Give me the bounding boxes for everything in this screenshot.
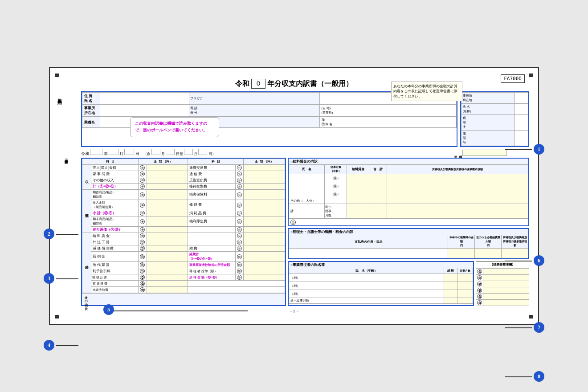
kyuyo-name-3[interactable] <box>289 190 325 198</box>
field-denwa-right[interactable] <box>515 131 528 146</box>
row-tsusin: 通 信 費 <box>188 171 235 177</box>
label-furigana: フリガナ <box>189 93 320 105</box>
field-gaichi[interactable] <box>147 239 188 245</box>
field-uriage[interactable] <box>147 165 188 171</box>
kyuyo-amount-1[interactable] <box>347 174 369 182</box>
label-jimusho-right: 事務所所在地 <box>461 93 515 104</box>
field-genkashokyaku[interactable] <box>147 245 188 252</box>
field-shokei[interactable] <box>147 210 188 216</box>
zeirishi-tax-1[interactable] <box>502 249 528 258</box>
th-jyuji-tsuki: 従事月数 <box>457 268 473 274</box>
field-tsusin[interactable] <box>244 171 285 177</box>
zeirishi-hitsuyou-1[interactable] <box>475 249 502 258</box>
num-nizukuri: ㉘ <box>139 281 147 287</box>
th-kingaku-left: 金 額 （円） <box>139 159 188 165</box>
num-9: ⑨ <box>139 227 147 233</box>
corner-mark-tr <box>529 74 533 77</box>
jigyo-tsuki-1[interactable] <box>457 274 473 282</box>
zeimu-field-6[interactable] <box>483 300 529 306</box>
field-kaji[interactable] <box>147 171 188 177</box>
day-input[interactable] <box>124 149 134 155</box>
kyuyo-kei-sum[interactable] <box>369 204 387 219</box>
field-settai[interactable] <box>244 184 285 190</box>
field-kishu[interactable] <box>147 190 188 200</box>
field-shomohin[interactable] <box>244 210 285 216</box>
jigyo-tsuki-2[interactable] <box>457 282 473 290</box>
callout-3: 3 <box>44 273 54 284</box>
field-kyuryo[interactable] <box>147 233 188 239</box>
kyuyo-tax-1[interactable] <box>387 174 528 182</box>
field-denwa[interactable]: (自 宅) (事業所) <box>319 105 456 117</box>
jigyo-tsuki-3[interactable] <box>457 290 473 298</box>
field-songai[interactable] <box>244 190 285 200</box>
field-gono[interactable]: 加 団 体 名 <box>319 117 456 128</box>
zeirishi-address-1[interactable] <box>289 249 448 258</box>
jiko-day[interactable] <box>166 149 175 155</box>
field-ryohi[interactable] <box>244 165 285 171</box>
field-zeirishi[interactable] <box>515 115 528 131</box>
jigyo-noberu-zoku[interactable] <box>444 298 457 304</box>
field-sozei[interactable] <box>147 274 188 281</box>
field-jimusho[interactable] <box>100 105 189 117</box>
field-jimusho-right[interactable] <box>515 93 528 104</box>
jigyo-zokugara-3[interactable] <box>444 290 457 298</box>
field-r3[interactable] <box>244 239 285 245</box>
field-zappii[interactable] <box>244 245 285 252</box>
zeimu-field-4[interactable] <box>483 287 529 294</box>
field-shimei-right[interactable] <box>515 104 528 115</box>
kyuyo-sonota-amount[interactable] <box>347 198 369 204</box>
field-kimate[interactable] <box>147 216 188 227</box>
field-shotoku[interactable] <box>244 274 285 281</box>
kyuyo-sonota-tax[interactable] <box>387 198 528 204</box>
at-month[interactable] <box>184 149 193 155</box>
jiko-month[interactable] <box>151 149 160 155</box>
kyuyo-sum-2[interactable] <box>369 182 387 190</box>
field-nizukuri[interactable] <box>147 281 188 287</box>
field-kasidarekane[interactable] <box>147 252 188 262</box>
kyuyo-amount-2[interactable] <box>347 182 369 190</box>
kyuyo-tax-3[interactable] <box>387 190 528 198</box>
zeimu-field-5[interactable] <box>483 294 529 300</box>
kyuyo-name-1[interactable] <box>289 174 325 182</box>
field-suidokou[interactable] <box>147 287 188 293</box>
field-rishi[interactable] <box>147 268 188 274</box>
field-kokoku[interactable] <box>244 177 285 184</box>
kyuyo-sonota-sum[interactable] <box>369 198 387 204</box>
kyuyo-month-3: （副） <box>325 190 347 198</box>
kyuyo-kei-amount[interactable] <box>347 204 369 219</box>
zeimu-field-2[interactable] <box>483 275 529 281</box>
field-shuzen[interactable] <box>244 200 285 210</box>
year-input[interactable] <box>90 149 102 155</box>
at-day[interactable] <box>198 149 207 155</box>
kyuyo-tax-2[interactable] <box>387 182 528 190</box>
jigyo-zokugara-2[interactable] <box>444 282 457 290</box>
field-keishi[interactable] <box>244 252 285 262</box>
field-jusho[interactable] <box>100 93 189 105</box>
zeimu-field-3[interactable] <box>483 281 529 287</box>
field-sashihiki[interactable] <box>147 227 188 233</box>
jigyo-noberu-tsuki[interactable] <box>457 298 473 304</box>
field-jyuji[interactable] <box>244 268 285 274</box>
seiri-input[interactable] <box>462 150 507 156</box>
zeirishi-amount-1[interactable] <box>448 249 475 258</box>
field-jigyosha[interactable] <box>244 262 285 268</box>
jigyo-zokugara-1[interactable] <box>444 274 457 282</box>
kyuyo-sum-1[interactable] <box>369 174 387 182</box>
field-kei-shu[interactable] <box>147 184 188 190</box>
field-r1[interactable] <box>244 227 285 233</box>
field-fukuri[interactable] <box>244 216 285 227</box>
month-input[interactable] <box>109 149 118 155</box>
field-r2[interactable] <box>244 233 285 239</box>
zeimu-field-1[interactable] <box>483 269 529 275</box>
row-sozei: 租 税 公 課 <box>91 274 138 281</box>
row-uriage: 売上(収入)金額 <box>91 165 138 171</box>
kyuyo-name-2[interactable] <box>289 182 325 190</box>
field-chidaikachin[interactable] <box>147 262 188 268</box>
field-shiire[interactable] <box>147 200 188 210</box>
field-sonota-shu[interactable] <box>147 177 188 184</box>
callout-line-1 <box>505 149 532 150</box>
kyuyo-sum-3[interactable] <box>369 190 387 198</box>
num-7: ⑦ <box>139 210 147 216</box>
kyuyo-amount-3[interactable] <box>347 190 369 198</box>
kyuyo-kei-tax[interactable] <box>387 204 528 219</box>
